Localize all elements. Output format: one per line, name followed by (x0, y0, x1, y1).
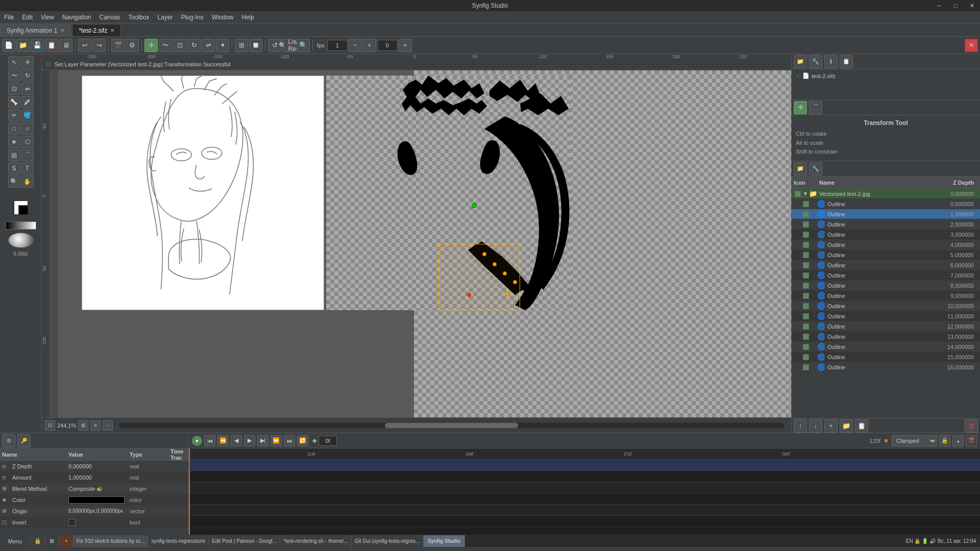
lc-17[interactable] (802, 354, 810, 360)
tc-anim-btn[interactable]: 🎬 (966, 435, 977, 446)
right-tool-3[interactable]: ℹ (824, 55, 838, 68)
mirror-tool[interactable]: ⇌ (202, 39, 215, 52)
props-button[interactable]: ⚙ (126, 39, 139, 52)
canvas-list-btn[interactable]: ≡ (90, 420, 101, 431)
menu-view[interactable]: View (37, 11, 58, 23)
render-button[interactable]: 🖥 (59, 39, 72, 52)
bg-color-swatch[interactable] (18, 205, 29, 215)
layer-row-5[interactable]: 🌀 Outline 5,000000 (792, 250, 980, 260)
redo-button[interactable]: ↪ (92, 39, 106, 52)
tc-next[interactable]: ▶| (257, 435, 268, 446)
frame-current-input[interactable] (318, 436, 337, 446)
right-tool-4[interactable]: 📋 (840, 55, 853, 68)
zoom-in-button[interactable]: 🔍 (297, 39, 310, 52)
poly-tool[interactable]: ⬠ (21, 136, 34, 148)
tc-lock-btn[interactable]: 🔒 (939, 435, 950, 446)
feather-tool[interactable]: ✦ (216, 39, 229, 52)
layer-expand-1[interactable]: ▼ (802, 191, 809, 196)
layer-row-7[interactable]: 🌀 Outline 7,000000 (792, 270, 980, 281)
tab-animation1[interactable]: Synfig Animation 1 ✕ (0, 24, 71, 36)
fps-up[interactable]: + (363, 39, 376, 52)
lc-5[interactable] (802, 232, 810, 238)
frame-input[interactable] (377, 40, 398, 51)
lc-4[interactable] (802, 221, 810, 228)
fps-down[interactable]: − (349, 39, 362, 52)
layers-tool-1[interactable]: 📁 (794, 162, 807, 176)
layer-row-12[interactable]: 🌀 Outline 12,000000 (792, 321, 980, 332)
timeline-tracks[interactable] (189, 460, 980, 535)
taskbar-files[interactable]: ⊞ (45, 535, 59, 547)
lc-12[interactable] (802, 303, 810, 309)
invert-checkbox[interactable] (68, 519, 76, 526)
grid-button[interactable]: ⊞ (235, 39, 248, 52)
snap-button[interactable]: 🔲 (249, 39, 262, 52)
horizontal-scrollbar[interactable] (119, 423, 784, 428)
taskbar-app1[interactable]: 🔸 (59, 535, 74, 547)
circle-tool[interactable]: ○ (21, 122, 34, 135)
close-button[interactable]: ✕ (964, 0, 980, 11)
save-as-button[interactable]: 📋 (45, 39, 58, 52)
params-tool-2[interactable]: 🔑 (17, 434, 31, 447)
layers-tool-2[interactable]: 🔧 (809, 162, 822, 176)
layer-check-2[interactable] (802, 201, 810, 207)
canvas-options-btn[interactable]: ⋯ (103, 420, 113, 431)
lc-15[interactable] (802, 334, 810, 340)
pv-color[interactable] (68, 496, 130, 504)
params-tool-1[interactable]: ⚙ (2, 434, 15, 447)
bone-tool[interactable]: 🦴 (8, 96, 20, 108)
menu-navigation[interactable]: Navigation (58, 11, 95, 23)
star-tool[interactable]: ★ (8, 136, 20, 148)
layer-row-4[interactable]: 🌀 Outline 4,000000 (792, 240, 980, 250)
curve-tool[interactable]: ⌒ (21, 149, 34, 161)
taskbar-synfig[interactable]: Synfig Studio (424, 535, 465, 547)
tc-prev[interactable]: ◀ (231, 435, 242, 446)
smooth-tool[interactable]: 〜 (8, 69, 20, 82)
menu-help[interactable]: Help (237, 11, 258, 23)
tab-close-icon[interactable]: ✕ (60, 28, 64, 33)
tab-close-active-icon[interactable]: ✕ (110, 28, 114, 33)
menu-toolbox[interactable]: Toolbox (124, 11, 153, 23)
smooth-move-tool[interactable]: 〜 (159, 39, 172, 52)
menu-layer[interactable]: Layer (154, 11, 177, 23)
layer-row-11[interactable]: 🌀 Outline 11,000000 (792, 311, 980, 321)
lc-7[interactable] (802, 252, 810, 258)
lc-18[interactable] (802, 364, 810, 370)
layer-row-16[interactable]: 🌀 Outline 16,000000 (792, 362, 980, 372)
maximize-button[interactable]: □ (947, 0, 964, 11)
menu-file[interactable]: File (0, 11, 18, 23)
taskbar-menu[interactable]: Menu (0, 535, 31, 547)
tc-next-frame[interactable]: ⏩ (271, 435, 282, 446)
canvas-fit-btn[interactable]: ⊡ (45, 420, 55, 431)
layer-row-10[interactable]: 🌀 Outline 10,000000 (792, 301, 980, 311)
transform-tool[interactable]: ✛ (144, 39, 158, 52)
layer-row-9[interactable]: 🌀 Outline 9,000000 (792, 291, 980, 301)
undo-button[interactable]: ↩ (78, 39, 91, 52)
tab-test2[interactable]: *test-2.sifz ✕ (72, 24, 121, 36)
layer-row-13[interactable]: 🌀 Outline 13,000000 (792, 332, 980, 342)
layer-row-group[interactable]: ▼ 📁 Vectorized test-2.jpg 0,000000 (792, 189, 980, 199)
eyedrop-tool[interactable]: 💉 (21, 96, 34, 108)
lc-14[interactable] (802, 323, 810, 330)
select-tool[interactable]: ↖ (8, 56, 20, 68)
lc-6[interactable] (802, 242, 810, 248)
tc-prev-frame[interactable]: ⏪ (217, 435, 229, 446)
pan-tool[interactable]: ✋ (21, 176, 34, 188)
rotate-btn[interactable]: ↻ (21, 69, 34, 82)
menu-plugins[interactable]: Plug-Ins (177, 11, 208, 23)
zoom-tool[interactable]: 🔍 (8, 176, 20, 188)
lc-9[interactable] (802, 272, 810, 279)
taskbar-gitgui[interactable]: Git Gui (synfig-tests-regres... (352, 535, 424, 547)
transform-btn[interactable]: ✛ (21, 56, 34, 68)
layer-row-14[interactable]: 🌀 Outline 14,000000 (792, 342, 980, 352)
draw-tool[interactable]: ✏ (8, 109, 20, 121)
lc-11[interactable] (802, 293, 810, 299)
scale-btn[interactable]: ⊡ (8, 83, 20, 95)
layer-up-btn[interactable]: ↑ (794, 419, 807, 433)
text-tool[interactable]: T (21, 162, 34, 174)
layer-row-2[interactable]: 🌀 Outline 2,000000 (792, 219, 980, 230)
rotate-tool[interactable]: ↻ (187, 39, 201, 52)
clamped-select[interactable]: Clamped Ease In/Out Linear Constant (892, 435, 937, 446)
layer-down-btn[interactable]: ↓ (809, 419, 822, 433)
tc-keyframe-btn[interactable]: ⬧ (952, 435, 964, 446)
fill-tool[interactable]: 🪣 (21, 109, 34, 121)
